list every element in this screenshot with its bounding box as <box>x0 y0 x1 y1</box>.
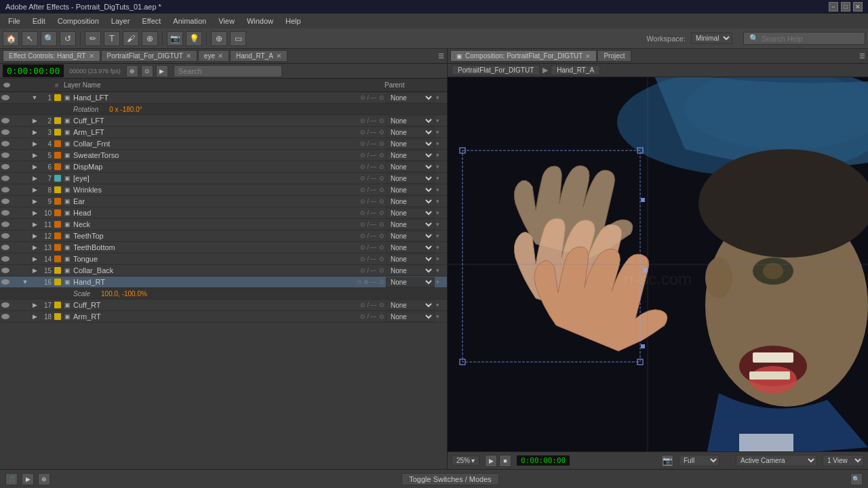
search-help-box[interactable]: 🔍 <box>743 32 865 45</box>
tab-hand-rt-a[interactable]: Hand_RT_A ✕ <box>230 50 288 62</box>
layer-parent-7[interactable]: ⊙ None ▾ <box>379 174 447 184</box>
clone-tool[interactable]: ⊕ <box>142 31 158 46</box>
parent-select-10[interactable]: None <box>386 208 435 218</box>
parent-select-13[interactable]: None <box>386 243 435 253</box>
layer-vis-7[interactable] <box>0 176 11 181</box>
layer-expand-1[interactable]: ▼ <box>30 94 39 101</box>
workspace-select[interactable]: Minimal <box>691 33 732 44</box>
menu-window[interactable]: Window <box>241 16 279 26</box>
rect-tool[interactable]: ▭ <box>230 31 246 46</box>
layer-parent-14[interactable]: ⊙ None ▾ <box>379 254 447 264</box>
quality-select[interactable]: Full Half Quarter <box>679 455 719 466</box>
layer-parent-4[interactable]: ⊙ None ▾ <box>379 139 447 149</box>
layer-parent-13[interactable]: ⊙ None ▾ <box>379 243 447 253</box>
layer-expand-10[interactable]: ▶ <box>30 209 39 216</box>
layer-expand-8[interactable]: ▶ <box>30 186 39 193</box>
layer-parent-2[interactable]: ⊙ None ▾ <box>379 116 447 126</box>
brush-tool[interactable]: 🖌 <box>123 31 139 46</box>
layer-parent-8[interactable]: ⊙ None ▾ <box>379 185 447 195</box>
bottom-tool-3[interactable]: ⊕ <box>38 473 50 485</box>
layer-expand-3[interactable]: ▶ <box>30 129 39 136</box>
bottom-tool-2[interactable]: ▶ <box>22 473 34 485</box>
timeline-tool-1[interactable]: ⊕ <box>126 65 138 77</box>
layer-parent-18[interactable]: ⊙ None ▾ <box>379 312 447 322</box>
layer-parent-5[interactable]: ⊙ None ▾ <box>379 150 447 161</box>
text-tool[interactable]: T <box>104 31 120 46</box>
layer-row-16[interactable]: ▼ 16 ▣ Hand_RT ⊙⊕— ⊙ None ▾ <box>0 277 447 288</box>
tab-effect-controls[interactable]: Effect Controls: Hand_RT ✕ <box>3 50 100 62</box>
parent-select-9[interactable]: None <box>386 197 435 207</box>
panel-menu-icon[interactable]: ☰ <box>438 52 444 60</box>
layer-row-1[interactable]: ▼ 1 ▣ Hand_LFT ⊙ / — ⊙ None ▾ <box>0 92 447 104</box>
tab-eye[interactable]: eye ✕ <box>198 50 229 62</box>
menu-layer[interactable]: Layer <box>106 16 136 26</box>
minimize-button[interactable]: − <box>829 2 838 12</box>
layer-row-13[interactable]: ▶ 13 ▣ TeethBottom ⊙/— ⊙ None ▾ <box>0 242 447 253</box>
layer-row-5[interactable]: ▶ 5 ▣ SweaterTorso ⊙/— ⊙ None ▾ <box>0 150 447 161</box>
breadcrumb-hand-rt-a[interactable]: Hand_RT_A <box>551 65 600 75</box>
layer-parent-17[interactable]: ⊙ None ▾ <box>379 300 447 310</box>
layer-vis-4[interactable] <box>0 141 11 146</box>
layer-parent-12[interactable]: ⊙ None ▾ <box>379 231 447 241</box>
layer-parent-3[interactable]: ⊙ None ▾ <box>379 127 447 138</box>
layer-parent-10[interactable]: ⊙ None ▾ <box>379 208 447 218</box>
layer-row-2[interactable]: ▶ 2 ▣ Cuff_LFT ⊙/— ⊙ None ▾ <box>0 115 447 127</box>
layer-parent-9[interactable]: ⊙ None ▾ <box>379 197 447 207</box>
close-comp-viewer[interactable]: ✕ <box>585 53 591 60</box>
tab-project[interactable]: Project <box>597 50 631 62</box>
parent-select-11[interactable]: None <box>386 220 435 230</box>
layer-expand-14[interactable]: ▶ <box>30 256 39 262</box>
parent-select-7[interactable]: None <box>386 174 435 184</box>
toggle-switches-label[interactable]: Toggle Switches / Modes <box>401 473 499 485</box>
camera-icon-btn[interactable]: 📷 <box>661 455 673 467</box>
layer-row-10[interactable]: ▶ 10 ▣ Head ⊙/— ⊙ None ▾ <box>0 207 447 219</box>
view-count-select[interactable]: 1 View 2 Views 4 Views <box>823 455 864 466</box>
layer-vis-2[interactable] <box>0 118 11 123</box>
layer-row-15[interactable]: ▶ 15 ▣ Collar_Back ⊙/— ⊙ None ▾ <box>0 265 447 277</box>
parent-select-12[interactable]: None <box>386 231 435 241</box>
parent-select-5[interactable]: None <box>386 150 435 161</box>
search-help-input[interactable] <box>762 35 859 43</box>
menu-animation[interactable]: Animation <box>167 16 212 26</box>
home-tool[interactable]: 🏠 <box>3 31 19 46</box>
menu-effect[interactable]: Effect <box>136 16 166 26</box>
parent-select-8[interactable]: None <box>386 185 435 195</box>
layer-row-17[interactable]: ▶ 17 ▣ Cuff_RT ⊙/— ⊙ None ▾ <box>0 300 447 311</box>
layer-parent-16[interactable]: ⊙ None ▾ <box>379 277 447 287</box>
camera-tool[interactable]: 📷 <box>167 31 183 46</box>
anchor-tool[interactable]: ⊕ <box>211 31 227 46</box>
layer-expand-18[interactable]: ▶ <box>30 313 39 320</box>
camera-view-select[interactable]: Active Camera <box>736 455 817 466</box>
layer-vis-10[interactable] <box>0 210 11 216</box>
layer-expand-12[interactable]: ▶ <box>30 232 39 239</box>
layer-row-11[interactable]: ▶ 11 ▣ Neck ⊙/— ⊙ None ▾ <box>0 219 447 230</box>
close-eye[interactable]: ✕ <box>218 52 223 60</box>
tab-portrait-flat[interactable]: PortraitFlat_For_DIGTUT ✕ <box>101 50 197 62</box>
timeline-tool-2[interactable]: ⊙ <box>141 65 153 77</box>
layer-row-8[interactable]: ▶ 8 ▣ Wrinkles ⊙/— ⊙ None ▾ <box>0 184 447 196</box>
parent-select-4[interactable]: None <box>386 139 435 149</box>
parent-select-16[interactable]: None <box>386 277 435 287</box>
zoom-tool[interactable]: 🔍 <box>41 31 57 46</box>
layer-expand-17[interactable]: ▶ <box>30 302 39 308</box>
parent-select-3[interactable]: None <box>386 127 435 138</box>
layer-vis-14[interactable] <box>0 256 11 262</box>
bottom-right-tool-1[interactable]: 🔍 <box>850 473 863 485</box>
parent-select-15[interactable]: None <box>386 266 435 276</box>
layer-expand-7[interactable]: ▶ <box>30 175 39 182</box>
layer-expand-13[interactable]: ▶ <box>30 244 39 251</box>
layer-row-6[interactable]: ▶ 6 ▣ DispMap ⊙/— ⊙ None ▾ <box>0 161 447 173</box>
parent-select-2[interactable]: None <box>386 116 435 126</box>
menu-composition[interactable]: Composition <box>52 16 104 26</box>
menu-file[interactable]: File <box>3 16 26 26</box>
select-tool[interactable]: ↖ <box>22 31 38 46</box>
parent-select-1[interactable]: None <box>386 93 435 103</box>
bottom-tool-1[interactable]: 🎵 <box>5 473 18 485</box>
parent-select-6[interactable]: None <box>386 162 435 172</box>
layer-search-input[interactable] <box>174 65 282 77</box>
layer-expand-11[interactable]: ▶ <box>30 221 39 228</box>
layer-row-14[interactable]: ▶ 14 ▣ Tongue ⊙/— ⊙ None ▾ <box>0 253 447 265</box>
comp-play-btn[interactable]: ▶ <box>485 455 497 467</box>
comp-stop-btn[interactable]: ■ <box>499 455 511 467</box>
layer-expand-2[interactable]: ▶ <box>30 117 39 124</box>
